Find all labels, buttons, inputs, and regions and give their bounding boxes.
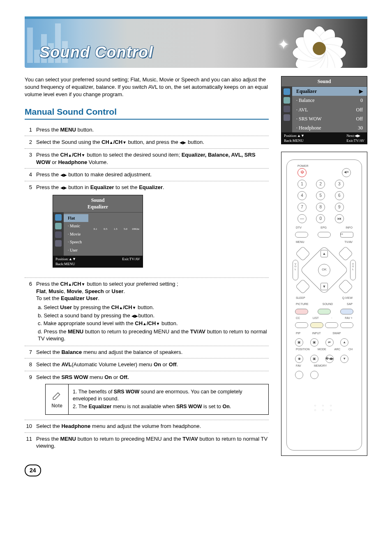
step-11: 11 Press the MENU button to return to pr…: [25, 433, 269, 452]
step-4: 4 Press the ◀▶ button to make desired ad…: [25, 169, 269, 181]
step-10: 10 Select the Headphone menu and adjust …: [25, 420, 269, 433]
step-5: 5 Press the ◀▶ button in Equalizer to se…: [25, 181, 269, 278]
vol-left: V O L: [293, 260, 298, 280]
remote-illustration: POWER ⏻ ◀✕ 123 456 789 —0⏮ DTVEPGINFO i+…: [281, 152, 367, 456]
step-7: 7 Select the Balance menu and adjust the…: [25, 346, 269, 359]
power-button-icon: ⏻: [297, 168, 307, 177]
osd-sound-menu: Sound Equalizer▶ Balance0 AVLOff SRS WOW…: [281, 76, 367, 144]
down-triangle-icon: ▼: [122, 140, 127, 146]
page-banner: ✦ Sound Control: [25, 16, 367, 68]
page-number: 24: [25, 465, 269, 476]
mute-button-icon: ◀✕: [342, 168, 351, 177]
steps-list: 1 Press the MENU button. 2 Select the So…: [25, 124, 269, 452]
step-9: 9 Select the SRS WOW menu On or Off. Not…: [25, 371, 269, 420]
osd-equalizer: SoundEqualizer Flat Music Movie Speech U…: [53, 195, 143, 268]
page-title: Sound Control: [39, 42, 153, 63]
down-arrow-icon: ▼: [321, 283, 328, 290]
dpad: ▲ ▼ V O L V O L OK: [292, 247, 357, 293]
note-box: Note 1. The benefits of SRS WOW sound ar…: [45, 384, 269, 415]
step-3: 3 Press the CH▲/CH▼ button to select the…: [25, 149, 269, 169]
step-2: 2 Select the Sound using the CH▲/CH▼ but…: [25, 136, 269, 149]
flower-icon: [300, 22, 339, 61]
right-triangle-icon: ▶: [183, 140, 186, 146]
pencil-icon: [52, 390, 62, 401]
vol-right: V O L: [350, 260, 356, 280]
up-arrow-icon: ▲: [321, 250, 328, 257]
sparkle-icon: ✦: [278, 35, 289, 54]
step-8: 8 Select the AVL(Automatic Volume Levele…: [25, 358, 269, 371]
section-heading: Manual Sound Control: [25, 106, 269, 120]
number-pad: 123 456 789 —0⏮: [297, 180, 351, 223]
intro-text: You can select your preferred sound sett…: [25, 76, 269, 99]
up-triangle-icon: ▲: [109, 140, 113, 146]
step-1: 1 Press the MENU button.: [25, 124, 269, 136]
step-6: 6 Press the CH▲/CH▼ button to select you…: [25, 277, 269, 346]
left-triangle-icon: ◀: [180, 140, 183, 146]
